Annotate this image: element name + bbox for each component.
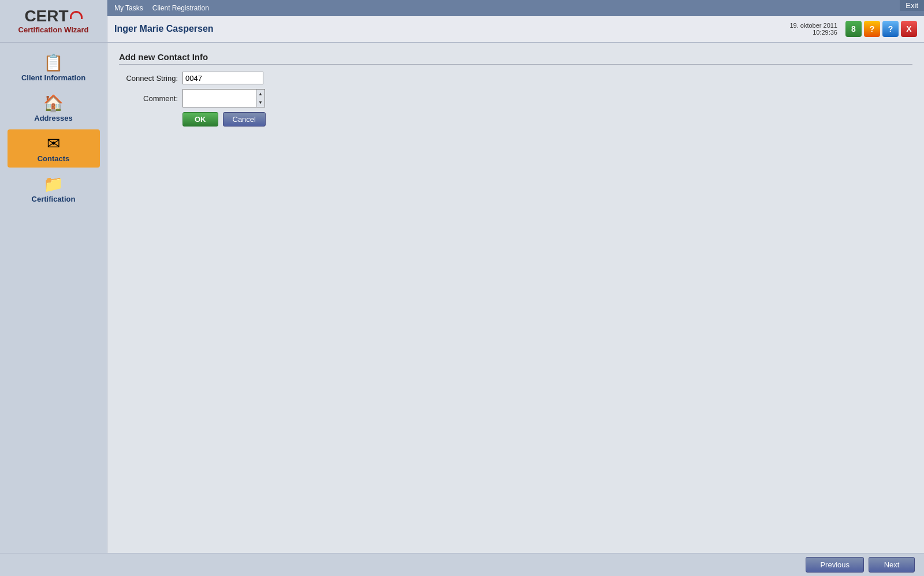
sidebar-item-addresses[interactable]: 🏠 Addresses <box>8 89 100 127</box>
contacts-icon: ✉ <box>47 134 60 153</box>
connect-string-label: Connect String: <box>119 74 182 83</box>
exit-label: Exit <box>906 1 918 10</box>
user-name: Inger Marie Caspersen <box>114 24 214 34</box>
content-area: Add new Contact Info Connect String: Com… <box>107 43 924 553</box>
spinner-up-button[interactable]: ▲ <box>256 90 264 98</box>
bottom-bar: Previous Next <box>0 553 924 576</box>
connect-string-row: Connect String: <box>119 72 912 84</box>
comment-spinner: ▲ ▼ <box>256 89 265 107</box>
cancel-button[interactable]: Cancel <box>223 112 266 127</box>
sidebar: 📋 Client Information 🏠 Addresses ✉ Conta… <box>0 43 107 553</box>
sidebar-label-addresses: Addresses <box>34 114 72 122</box>
panel-title: Add new Contact Info <box>119 52 912 65</box>
sidebar-label-certification: Certification <box>32 195 76 203</box>
comment-input[interactable] <box>182 89 256 107</box>
previous-button[interactable]: Previous <box>806 557 864 573</box>
ok-button[interactable]: OK <box>182 112 218 127</box>
help-button[interactable]: ? <box>882 21 899 37</box>
notification-button[interactable]: ? <box>864 21 880 37</box>
nav-my-tasks[interactable]: My Tasks <box>114 4 143 12</box>
next-button[interactable]: Next <box>869 557 915 573</box>
main-layout: 📋 Client Information 🏠 Addresses ✉ Conta… <box>0 43 924 553</box>
addresses-icon: 🏠 <box>43 94 64 113</box>
sidebar-label-contacts: Contacts <box>38 154 70 163</box>
app-subtitle: Certification Wizard <box>18 25 89 34</box>
connect-string-input[interactable] <box>182 72 263 84</box>
spinner-down-button[interactable]: ▼ <box>256 98 264 107</box>
comment-row: Comment: ▲ ▼ <box>119 89 912 107</box>
header-content: Inger Marie Caspersen 19. oktober 2011 1… <box>107 16 924 42</box>
certification-icon: 📁 <box>43 174 64 194</box>
form-buttons: OK Cancel <box>182 112 912 127</box>
sidebar-item-client-information[interactable]: 📋 Client Information <box>8 49 100 87</box>
datetime: 19. oktober 2011 10:29:36 <box>789 22 837 36</box>
comment-label: Comment: <box>119 94 182 103</box>
nav-client-registration[interactable]: Client Registration <box>152 4 209 12</box>
cert-arc-icon <box>70 11 83 19</box>
status-indicator-button[interactable]: 8 <box>845 21 862 37</box>
header-right: My Tasks Client Registration Inger Marie… <box>107 0 924 42</box>
close-button[interactable]: X <box>901 21 917 37</box>
client-information-icon: 📋 <box>43 53 64 72</box>
exit-area[interactable]: Exit <box>900 0 924 11</box>
sidebar-item-contacts[interactable]: ✉ Contacts <box>8 129 100 168</box>
logo-area: CERT Certification Wizard <box>0 0 107 42</box>
comment-wrapper: ▲ ▼ <box>182 89 265 107</box>
top-bar: CERT Certification Wizard My Tasks Clien… <box>0 0 924 43</box>
sidebar-label-client-information: Client Information <box>21 73 85 82</box>
add-contact-panel: Add new Contact Info Connect String: Com… <box>119 52 912 127</box>
nav-bar: My Tasks Client Registration <box>107 0 924 16</box>
sidebar-item-certification[interactable]: 📁 Certification <box>8 170 100 208</box>
header-controls: 19. oktober 2011 10:29:36 8 ? ? X <box>789 21 917 37</box>
cert-logo: CERT <box>24 8 82 24</box>
